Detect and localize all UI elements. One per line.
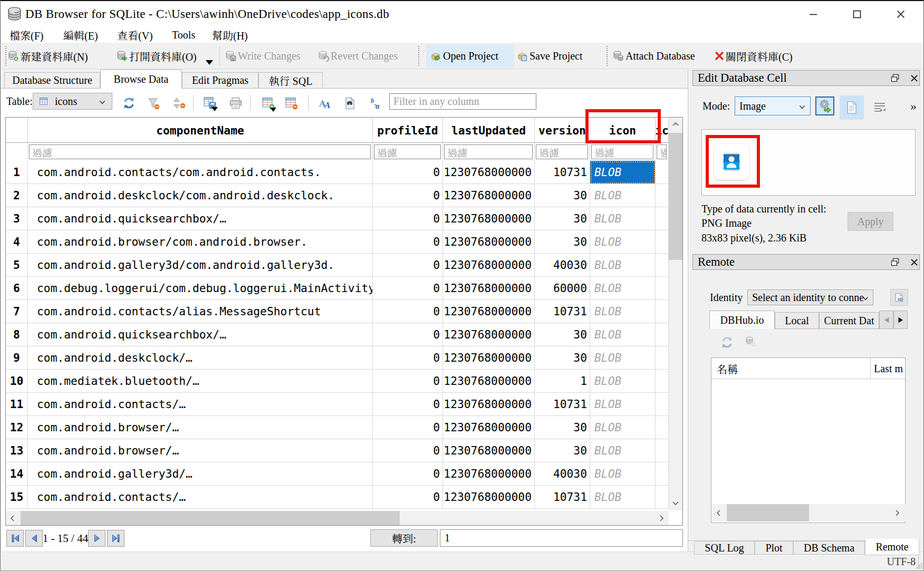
cell[interactable]: 1230768000000: [443, 207, 535, 230]
cell[interactable]: [656, 486, 669, 509]
cell[interactable]: 2: [6, 184, 28, 207]
cell[interactable]: 30: [535, 184, 590, 207]
mode-selector[interactable]: Image: [735, 96, 811, 115]
cell[interactable]: 0: [373, 393, 443, 416]
new-database-button[interactable]: 新建資料庫(N): [8, 44, 88, 67]
open-database-dropdown-arrow[interactable]: [206, 60, 213, 65]
close-edit-cell-button[interactable]: [908, 72, 920, 84]
cell[interactable]: 0: [373, 300, 443, 323]
cell[interactable]: 1230768000000: [443, 393, 535, 416]
cell[interactable]: com.debug.loggerui/com.debug.loggerui.Ma…: [28, 277, 373, 300]
cell[interactable]: com.android.deskclock/…: [28, 346, 373, 370]
cell[interactable]: 0: [373, 254, 443, 277]
scroll-up-button[interactable]: [669, 118, 682, 132]
cell[interactable]: 1230768000000: [443, 184, 535, 207]
remote-tabs-scroll-left[interactable]: [879, 311, 893, 329]
cell[interactable]: 1230768000000: [443, 300, 535, 323]
cell[interactable]: [656, 277, 669, 300]
cell[interactable]: 1230768000000: [443, 462, 535, 486]
delete-record-button[interactable]: [285, 96, 299, 110]
cell[interactable]: 1230768000000: [443, 346, 535, 370]
clear-sort-button[interactable]: [172, 96, 186, 110]
cell[interactable]: com.android.gallery3d/com.android.galler…: [28, 254, 373, 277]
cell[interactable]: [656, 439, 669, 462]
cell[interactable]: [656, 370, 669, 393]
cell[interactable]: [656, 393, 669, 416]
upload-identity-button[interactable]: [890, 289, 908, 306]
cell[interactable]: com.mediatek.bluetooth/…: [28, 370, 373, 393]
cell[interactable]: 0: [373, 230, 443, 254]
scroll-left-button[interactable]: [6, 511, 20, 525]
filter-cell-componentName[interactable]: 過濾: [28, 143, 373, 161]
cell[interactable]: 0: [373, 416, 443, 439]
cell[interactable]: 1230768000000: [443, 161, 535, 184]
column-header-gutter[interactable]: [6, 118, 28, 143]
import-export-button[interactable]: [815, 96, 834, 115]
clear-filters-button[interactable]: [147, 96, 160, 110]
remote-tab-current-database[interactable]: Current Dat: [819, 312, 879, 329]
cell[interactable]: 0: [373, 370, 443, 393]
replace-button[interactable]: ba: [370, 96, 383, 110]
cell[interactable]: com.android.browser/…: [28, 416, 373, 439]
find-button[interactable]: [343, 96, 357, 110]
column-header-version[interactable]: version: [535, 118, 590, 143]
cell[interactable]: 3: [6, 207, 28, 230]
apply-button[interactable]: Apply: [848, 212, 893, 231]
save-project-button[interactable]: Save Project: [517, 44, 583, 67]
cell[interactable]: [656, 207, 669, 230]
cell[interactable]: [656, 416, 669, 439]
toolbar-handle[interactable]: [418, 46, 420, 66]
first-page-button[interactable]: [6, 530, 24, 547]
tab-execute-sql[interactable]: 執行 SQL: [258, 72, 323, 88]
remote-tab-local[interactable]: Local: [775, 312, 819, 329]
cell[interactable]: 5: [6, 254, 28, 277]
attach-database-button[interactable]: Attach Database: [613, 44, 695, 67]
cell[interactable]: com.android.contacts/…: [28, 486, 373, 509]
float-edit-cell-button[interactable]: [889, 72, 901, 84]
filter-input-box[interactable]: 過濾: [374, 144, 441, 159]
previous-page-button[interactable]: [25, 530, 43, 547]
cell[interactable]: 1230768000000: [443, 486, 535, 509]
cell[interactable]: 1: [6, 161, 28, 184]
minimize-button[interactable]: [797, 1, 829, 27]
column-header-componentName[interactable]: componentName: [28, 118, 373, 143]
filter-input-box[interactable]: 過濾: [591, 144, 653, 159]
cell[interactable]: 1230768000000: [443, 277, 535, 300]
cell[interactable]: BLOB: [590, 254, 656, 277]
remote-scroll-left-button[interactable]: [712, 504, 727, 521]
cell[interactable]: 0: [373, 184, 443, 207]
cell[interactable]: 0: [373, 439, 443, 462]
filter-input-box[interactable]: 過濾: [29, 144, 371, 159]
cell[interactable]: 30: [535, 323, 590, 346]
text-mode-button[interactable]: [840, 95, 864, 120]
filter-any-column-input[interactable]: Filter in any column: [389, 93, 536, 110]
remote-tab-dbhub[interactable]: DBHub.io: [709, 311, 775, 329]
cell[interactable]: 10731: [535, 393, 590, 416]
cell[interactable]: BLOB: [590, 393, 656, 416]
cell[interactable]: 0: [373, 486, 443, 509]
cell[interactable]: com.android.browser/com.android.browser.: [28, 230, 373, 254]
last-page-button[interactable]: [107, 530, 124, 547]
tab-database-structure[interactable]: Database Structure: [4, 72, 100, 88]
vertical-scrollbar-thumb[interactable]: [669, 133, 682, 260]
cell[interactable]: com.android.quicksearchbox/…: [28, 323, 373, 346]
cell[interactable]: 14: [6, 462, 28, 486]
cell[interactable]: 40030: [535, 254, 590, 277]
cell[interactable]: BLOB: [590, 346, 656, 370]
cell[interactable]: 0: [373, 346, 443, 370]
cell[interactable]: 1230768000000: [443, 230, 535, 254]
remote-panel-header[interactable]: Remote: [692, 254, 920, 270]
filter-cell-icon[interactable]: 過濾: [590, 143, 656, 161]
cell[interactable]: 0: [373, 161, 443, 184]
cell[interactable]: BLOB: [590, 462, 656, 486]
open-database-button[interactable]: 打開資料庫(O): [117, 44, 197, 67]
menu-item-0[interactable]: 檔案(F): [9, 27, 43, 43]
filter-cell-profileId[interactable]: 過濾: [373, 143, 443, 161]
cell[interactable]: 30: [535, 416, 590, 439]
filter-cell-ic[interactable]: 過濾: [656, 143, 669, 161]
print-button[interactable]: [229, 96, 243, 110]
close-database-button[interactable]: 關閉資料庫(C): [715, 44, 793, 67]
table-selector[interactable]: icons: [33, 93, 112, 110]
write-changes-button[interactable]: Write Changes: [225, 44, 301, 67]
remote-tabs-scroll-right[interactable]: [893, 311, 908, 329]
